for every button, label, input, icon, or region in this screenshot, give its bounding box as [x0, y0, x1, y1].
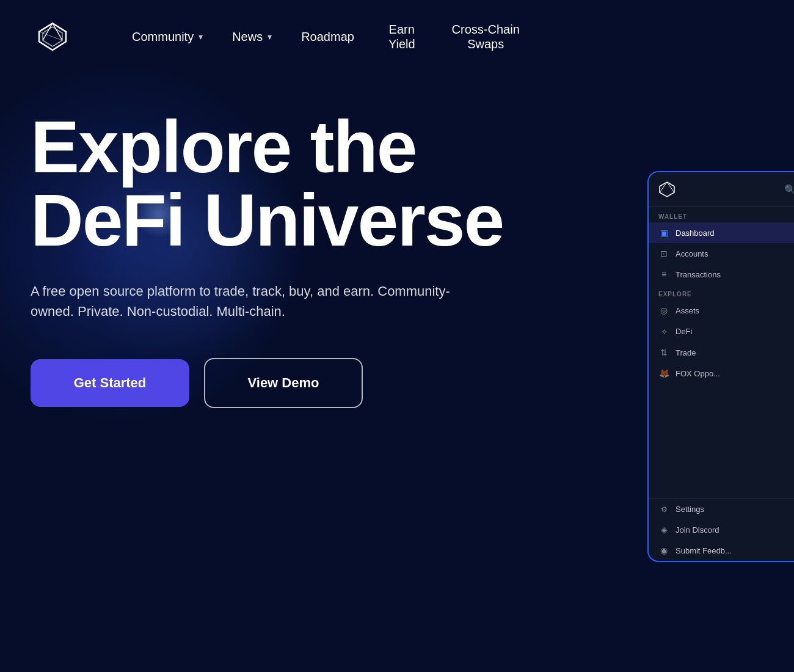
svg-line-6	[660, 182, 667, 192]
assets-icon: ◎	[658, 305, 669, 315]
nav-community[interactable]: Community ▾	[117, 25, 217, 49]
news-chevron-icon: ▾	[268, 32, 272, 42]
view-demo-button[interactable]: View Demo	[204, 358, 363, 408]
app-preview-bottom-menu: ⚙ Settings ◈ Join Discord ◉ Submit Feedb…	[649, 499, 794, 561]
nav-earn-yield[interactable]: EarnYield	[369, 17, 435, 56]
app-menu-fox-oppo[interactable]: 🦊 FOX Oppo...	[649, 363, 794, 384]
app-logo-icon	[658, 181, 676, 198]
explore-section-label: EXPLORE	[649, 285, 794, 300]
settings-icon: ⚙	[658, 505, 669, 514]
feedback-icon: ◉	[658, 546, 669, 555]
fox-icon: 🦊	[658, 368, 669, 378]
app-menu-settings[interactable]: ⚙ Settings	[649, 499, 794, 519]
app-menu-transactions[interactable]: ≡ Transactions	[649, 264, 794, 285]
app-menu-trade[interactable]: ⇅ Trade	[649, 342, 794, 363]
app-menu-assets[interactable]: ◎ Assets	[649, 300, 794, 321]
app-search-icon[interactable]: 🔍	[784, 184, 794, 195]
svg-line-7	[667, 182, 674, 192]
hero-title: Explore the DeFi Universe	[31, 110, 580, 257]
hero-subtitle: A free open source platform to trade, tr…	[31, 281, 470, 321]
main-nav: Community ▾ News ▾ Roadmap EarnYield Cro…	[117, 17, 757, 56]
app-preview-header: 🔍	[649, 172, 794, 207]
accounts-icon: ⊡	[658, 249, 669, 258]
header: Community ▾ News ▾ Roadmap EarnYield Cro…	[0, 0, 794, 73]
app-menu-submit-feedback[interactable]: ◉ Submit Feedb...	[649, 540, 794, 561]
logo[interactable]	[37, 21, 68, 53]
community-chevron-icon: ▾	[198, 32, 203, 42]
defi-icon: ⟡	[658, 326, 669, 337]
nav-news[interactable]: News ▾	[217, 25, 286, 49]
app-menu-dashboard[interactable]: ▣ Dashboard	[649, 222, 794, 243]
app-menu-accounts[interactable]: ⊡ Accounts	[649, 243, 794, 264]
dashboard-icon: ▣	[658, 228, 669, 238]
nav-cross-chain-swaps[interactable]: Cross-ChainSwaps	[435, 17, 537, 56]
wallet-section-label: WALLET	[649, 207, 794, 222]
app-menu-defi[interactable]: ⟡ DeFi	[649, 321, 794, 342]
get-started-button[interactable]: Get Started	[31, 359, 189, 407]
app-menu-join-discord[interactable]: ◈ Join Discord	[649, 519, 794, 540]
app-preview-panel: 🔍 WALLET ▣ Dashboard ⊡ Accounts ≡ Transa…	[647, 171, 794, 562]
discord-icon: ◈	[658, 525, 669, 535]
trade-icon: ⇅	[658, 348, 669, 357]
nav-roadmap[interactable]: Roadmap	[286, 25, 369, 49]
transactions-icon: ≡	[658, 269, 669, 279]
